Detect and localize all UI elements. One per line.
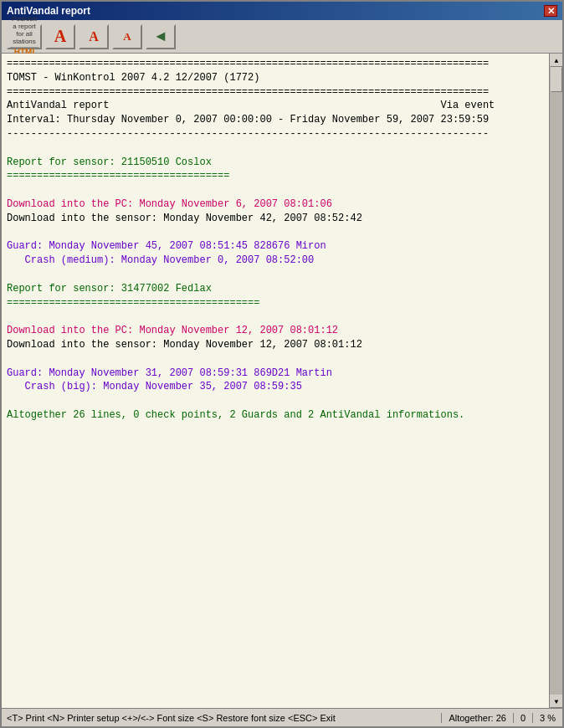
sensor1-dl1: Download into the PC: Monday November 6,… [7, 198, 332, 210]
status-altogether: Altogether: 26 [442, 713, 514, 723]
font-large-button[interactable]: A [45, 24, 75, 49]
sensor2-label: Report for sensor: 31477002 Fedlax [7, 283, 212, 295]
font-medium-icon: A [89, 29, 99, 44]
sensor2-dl1: Download into the PC: Monday November 12… [7, 325, 338, 336]
separator-1: ========================================… [7, 58, 489, 69]
font-small-button[interactable]: A [112, 24, 142, 49]
print-button[interactable]: Podrobit a report for all stations HTMl [7, 24, 42, 49]
status-shortcuts: <T> Print <N> Printer setup <+>/<-> Font… [2, 713, 442, 723]
separator-2: ========================================… [7, 86, 489, 98]
close-button[interactable]: ✕ [544, 5, 557, 17]
font-small-icon: A [123, 30, 131, 44]
scroll-track[interactable] [550, 67, 562, 695]
toolbar: Podrobit a report for all stations HTMl … [2, 20, 562, 54]
sensor1-separator: ===================================== [7, 170, 229, 182]
interval-line: Interval: Thursday November 0, 2007 00:0… [7, 114, 489, 126]
status-percent: 3 % [533, 713, 562, 723]
sensor2-guard: Guard: Monday November 31, 2007 08:59:31… [7, 367, 332, 379]
summary-line: Altogether 26 lines, 0 check points, 2 G… [7, 409, 464, 421]
report-content[interactable]: ========================================… [2, 54, 549, 708]
sensor2-dl2: Download into the sensor: Monday Novembe… [7, 339, 362, 351]
separator-3: ----------------------------------------… [7, 128, 489, 140]
scroll-down-button[interactable]: ▼ [550, 695, 562, 708]
sensor1-dl2: Download into the sensor: Monday Novembe… [7, 213, 362, 224]
scrollbar: ▲ ▼ [549, 54, 562, 708]
sensor2-crash: Crash (big): Monday November 35, 2007 08… [7, 381, 302, 392]
sensor2-separator: ========================================… [7, 297, 259, 309]
font-large-icon: A [54, 27, 66, 46]
status-bar: <T> Print <N> Printer setup <+>/<-> Font… [2, 708, 562, 726]
title-bar: AntiVandal report ✕ [2, 2, 562, 20]
content-area: ========================================… [2, 54, 562, 708]
font-medium-button[interactable]: A [79, 24, 109, 49]
sensor1-crash: Crash (medium): Monday November 0, 2007 … [7, 254, 314, 266]
main-window: AntiVandal report ✕ Podrobit a report fo… [0, 0, 564, 728]
antivandal-line: AntiVandal report Via event [7, 100, 495, 111]
back-button[interactable]: ◄ [146, 24, 176, 49]
back-icon: ◄ [153, 28, 168, 45]
status-count: 0 [514, 713, 533, 723]
scroll-up-button[interactable]: ▲ [550, 54, 562, 67]
sensor1-label: Report for sensor: 21150510 Coslox [7, 156, 212, 168]
scroll-thumb[interactable] [551, 67, 562, 92]
tomst-line: TOMST - WinKontrol 2007 4.2 12/2007 (177… [7, 72, 259, 84]
sensor1-guard: Guard: Monday November 45, 2007 08:51:45… [7, 240, 326, 252]
